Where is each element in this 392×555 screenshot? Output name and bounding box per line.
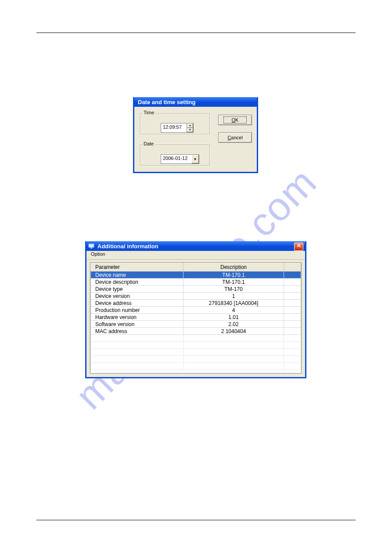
- cell-param: Production number: [91, 307, 183, 314]
- cell-desc: 1.01: [183, 314, 284, 321]
- cell-param: Hardware version: [91, 314, 183, 321]
- date-dropdown[interactable]: 2006-01-12 ▼: [161, 154, 199, 164]
- dialog-date-time-setting: Date and time setting Time 12:09:57 ▲ ▼ …: [133, 97, 258, 173]
- spinner-down-icon[interactable]: ▼: [187, 128, 193, 132]
- table-row[interactable]: Device description TM-170.1: [91, 279, 301, 286]
- table-row[interactable]: Device type TM-170: [91, 286, 301, 293]
- cell-param: Device description: [91, 279, 183, 286]
- ok-label-rest: K: [235, 117, 238, 123]
- close-button[interactable]: ✕: [294, 243, 303, 251]
- cell-param: Device address: [91, 300, 183, 307]
- chevron-down-icon[interactable]: ▼: [191, 155, 199, 163]
- menubar[interactable]: Option: [86, 251, 305, 260]
- cell-desc: TM-170.1: [183, 272, 284, 279]
- groupbox-time: Time 12:09:57 ▲ ▼: [139, 110, 210, 135]
- spinner-up-icon[interactable]: ▲: [187, 123, 193, 128]
- page-top-rule: [36, 33, 356, 33]
- cell-param: Device type: [91, 286, 183, 293]
- table-row[interactable]: Production number 4: [91, 307, 301, 314]
- close-icon: ✕: [297, 243, 301, 249]
- col-header-parameter[interactable]: Parameter: [91, 263, 183, 272]
- dialog-additional-title: Additional information: [97, 243, 158, 250]
- cell-desc: 4: [183, 307, 284, 314]
- dialog-additional-titlebar[interactable]: Additional information ✕: [86, 241, 305, 251]
- groupbox-time-legend: Time: [142, 110, 155, 115]
- col-header-description[interactable]: Description: [183, 263, 284, 272]
- cell-param: Software version: [91, 321, 183, 328]
- cancel-label-rest: ancel: [231, 135, 242, 140]
- cell-param: Device name: [91, 272, 183, 279]
- cell-desc: TM-170.1: [183, 279, 284, 286]
- cell-param: Device version: [91, 293, 183, 300]
- info-table-container: Parameter Description Device name TM-170…: [90, 262, 302, 374]
- cell-desc: 27918340 [1AA0004]: [183, 300, 284, 307]
- table-row[interactable]: Device version 1: [91, 293, 301, 300]
- groupbox-date: Date 2006-01-12 ▼: [139, 141, 210, 166]
- dialog-date-time-title: Date and time setting: [138, 99, 195, 105]
- monitor-icon: [88, 243, 95, 249]
- cell-param: MAC address: [91, 328, 183, 335]
- time-value[interactable]: 12:09:57: [161, 123, 187, 132]
- table-row: [91, 342, 301, 349]
- date-value[interactable]: 2006-01-12: [161, 155, 191, 163]
- table-row: [91, 363, 301, 370]
- cancel-button[interactable]: Cancel: [218, 132, 252, 143]
- table-row: [91, 349, 301, 356]
- menu-option[interactable]: Option: [89, 251, 107, 257]
- time-spinner[interactable]: 12:09:57 ▲ ▼: [161, 123, 194, 133]
- table-row: [91, 335, 301, 342]
- svg-rect-1: [90, 248, 92, 249]
- table-row[interactable]: MAC address 2 1040404: [91, 328, 301, 335]
- table-row[interactable]: Device address 27918340 [1AA0004]: [91, 300, 301, 307]
- col-header-trailing[interactable]: [284, 263, 301, 272]
- groupbox-date-legend: Date: [142, 141, 155, 146]
- table-row[interactable]: Software version 2.02: [91, 321, 301, 328]
- cell-desc: 2 1040404: [183, 328, 284, 335]
- dialog-date-time-titlebar[interactable]: Date and time setting: [134, 97, 257, 107]
- dialog-additional-information: Additional information ✕ Option Paramete…: [85, 241, 306, 378]
- cell-desc: 1: [183, 293, 284, 300]
- page-bottom-rule: [36, 520, 356, 520]
- table-row[interactable]: Device name TM-170.1: [91, 272, 301, 279]
- cell-desc: 2.02: [183, 321, 284, 328]
- table-row[interactable]: Hardware version 1.01: [91, 314, 301, 321]
- table-row: [91, 356, 301, 363]
- svg-rect-0: [89, 244, 94, 247]
- info-table: Parameter Description Device name TM-170…: [90, 263, 301, 370]
- ok-button[interactable]: OK: [218, 115, 252, 125]
- cell-desc: TM-170: [183, 286, 284, 293]
